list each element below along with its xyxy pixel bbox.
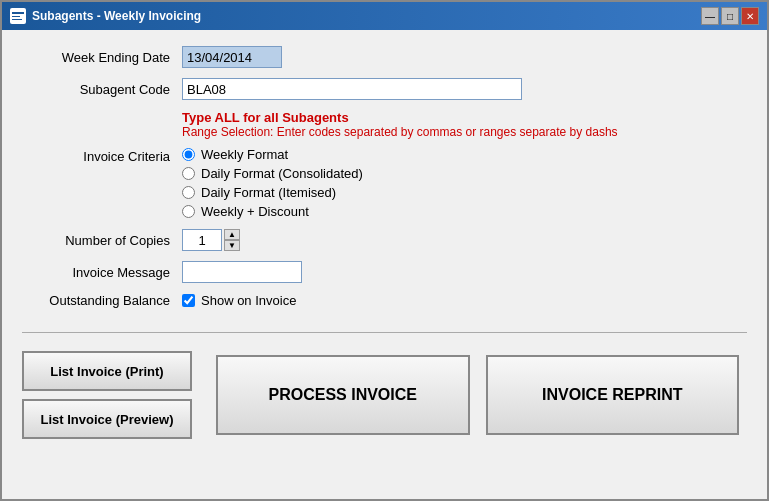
subagent-code-input[interactable] [182, 78, 522, 100]
close-button[interactable]: ✕ [741, 7, 759, 25]
svg-rect-1 [12, 12, 24, 14]
copies-label: Number of Copies [22, 233, 182, 248]
left-buttons: List Invoice (Print) List Invoice (Previ… [22, 351, 192, 439]
show-on-invoice-checkbox[interactable] [182, 294, 195, 307]
title-controls: — □ ✕ [701, 7, 759, 25]
radio-weekly: Weekly Format [182, 147, 363, 162]
invoice-reprint-button[interactable]: INVOICE REPRINT [486, 355, 740, 435]
hint-block: Type ALL for all Subagents Range Selecti… [182, 110, 747, 139]
radio-weekly-label: Weekly Format [201, 147, 288, 162]
hint-primary: Type ALL for all Subagents [182, 110, 747, 125]
process-invoice-button[interactable]: PROCESS INVOICE [216, 355, 470, 435]
title-bar-left: Subagents - Weekly Invoicing [10, 8, 201, 24]
main-window: Subagents - Weekly Invoicing — □ ✕ Week … [0, 0, 769, 501]
invoice-message-row: Invoice Message [22, 261, 747, 283]
list-invoice-preview-button[interactable]: List Invoice (Preview) [22, 399, 192, 439]
copies-input[interactable] [182, 229, 222, 251]
radio-weekly-input[interactable] [182, 148, 195, 161]
form-content: Week Ending Date Subagent Code Type ALL … [2, 30, 767, 499]
show-on-invoice-row: Show on Invoice [182, 293, 296, 308]
list-invoice-print-button[interactable]: List Invoice (Print) [22, 351, 192, 391]
svg-rect-3 [12, 19, 22, 20]
invoice-criteria-label: Invoice Criteria [22, 147, 182, 164]
invoice-message-input[interactable] [182, 261, 302, 283]
invoice-criteria-row: Invoice Criteria Weekly Format Daily For… [22, 147, 747, 219]
svg-rect-2 [12, 16, 20, 17]
minimize-button[interactable]: — [701, 7, 719, 25]
radio-daily-consolidated-input[interactable] [182, 167, 195, 180]
button-row: List Invoice (Print) List Invoice (Previ… [22, 351, 747, 439]
maximize-button[interactable]: □ [721, 7, 739, 25]
copies-row: Number of Copies ▲ ▼ [22, 229, 747, 251]
subagent-code-row: Subagent Code [22, 78, 747, 100]
invoice-message-label: Invoice Message [22, 265, 182, 280]
subagent-code-label: Subagent Code [22, 82, 182, 97]
app-icon [10, 8, 26, 24]
radio-daily-consolidated-label: Daily Format (Consolidated) [201, 166, 363, 181]
radio-daily-itemised: Daily Format (Itemised) [182, 185, 363, 200]
hint-secondary: Range Selection: Enter codes separated b… [182, 125, 747, 139]
radio-weekly-discount: Weekly + Discount [182, 204, 363, 219]
copies-increment[interactable]: ▲ [224, 229, 240, 240]
radio-daily-itemised-label: Daily Format (Itemised) [201, 185, 336, 200]
radio-weekly-discount-input[interactable] [182, 205, 195, 218]
window-title: Subagents - Weekly Invoicing [32, 9, 201, 23]
week-ending-date-label: Week Ending Date [22, 50, 182, 65]
invoice-criteria-group: Weekly Format Daily Format (Consolidated… [182, 147, 363, 219]
title-bar: Subagents - Weekly Invoicing — □ ✕ [2, 2, 767, 30]
radio-daily-consolidated: Daily Format (Consolidated) [182, 166, 363, 181]
copies-spinner: ▲ ▼ [224, 229, 240, 251]
show-on-invoice-label: Show on Invoice [201, 293, 296, 308]
copies-decrement[interactable]: ▼ [224, 240, 240, 251]
outstanding-balance-label: Outstanding Balance [22, 293, 182, 308]
week-ending-date-input[interactable] [182, 46, 282, 68]
radio-weekly-discount-label: Weekly + Discount [201, 204, 309, 219]
radio-daily-itemised-input[interactable] [182, 186, 195, 199]
outstanding-balance-row: Outstanding Balance Show on Invoice [22, 293, 747, 308]
week-ending-date-row: Week Ending Date [22, 46, 747, 68]
divider [22, 332, 747, 333]
